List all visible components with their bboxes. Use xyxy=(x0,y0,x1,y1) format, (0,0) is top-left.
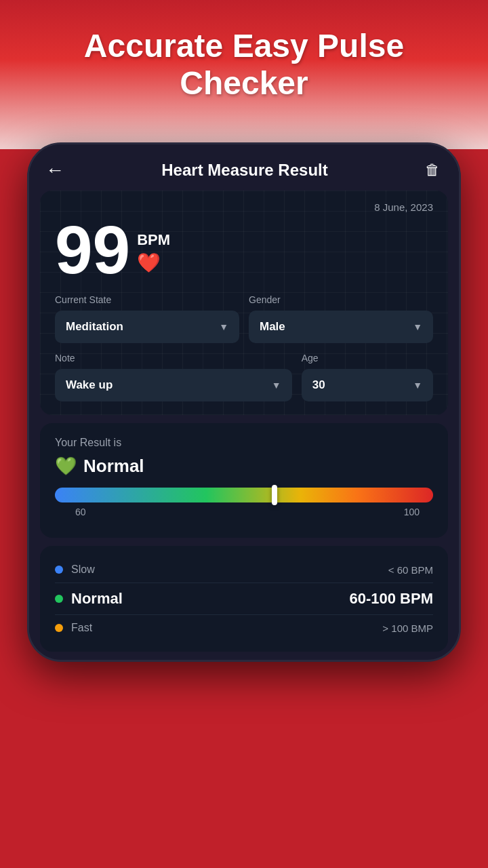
legend-label-normal: Normal xyxy=(71,590,123,608)
note-group: Note Wake up ▼ xyxy=(55,353,292,401)
note-select[interactable]: Wake up ▼ xyxy=(55,369,292,401)
legend-value-slow: < 60 BPM xyxy=(388,564,433,576)
legend-dot-slow xyxy=(55,566,63,574)
age-value: 30 xyxy=(312,378,325,392)
gender-value: Male xyxy=(260,320,285,334)
legend-section: Slow < 60 BPM Normal 60-100 BPM Fast xyxy=(40,546,448,652)
slider-labels: 60 100 xyxy=(55,507,433,517)
legend-normal-left: Normal xyxy=(55,590,123,608)
slider-bar xyxy=(55,488,433,502)
legend-dot-normal xyxy=(55,595,63,603)
slider-label-60: 60 xyxy=(55,507,86,517)
slider-label-100: 100 xyxy=(404,507,433,517)
slider-thumb xyxy=(272,485,277,505)
result-card: Your Result is 💚 Normal 60 100 xyxy=(40,423,448,538)
legend-fast-left: Fast xyxy=(55,622,92,634)
legend-row-normal: Normal 60-100 BPM xyxy=(55,585,433,613)
result-status-text: Normal xyxy=(83,456,144,477)
result-status-row: 💚 Normal xyxy=(55,456,433,477)
bpm-row: 99 BPM ❤️ xyxy=(55,216,433,283)
legend-slow-left: Slow xyxy=(55,564,95,576)
delete-button[interactable]: 🗑 xyxy=(425,161,440,179)
age-label: Age xyxy=(302,353,433,363)
bpm-label-heart: BPM ❤️ xyxy=(137,231,170,274)
back-button[interactable]: ← xyxy=(45,159,64,181)
legend-row-slow: Slow < 60 BPM xyxy=(55,558,433,581)
age-select[interactable]: 30 ▼ xyxy=(302,369,433,401)
app-title: Accurate Easy Pulse Checker xyxy=(0,27,488,102)
age-group: Age 30 ▼ xyxy=(302,353,433,401)
legend-label-slow: Slow xyxy=(71,564,95,576)
gender-select[interactable]: Male ▼ xyxy=(249,311,433,343)
legend-divider-2 xyxy=(55,614,433,615)
legend-value-fast: > 100 BMP xyxy=(382,623,433,634)
legend-row-fast: Fast > 100 BMP xyxy=(55,616,433,639)
legend-dot-fast xyxy=(55,624,63,632)
legend-value-normal: 60-100 BPM xyxy=(349,590,433,608)
current-state-chevron: ▼ xyxy=(219,321,228,332)
note-chevron: ▼ xyxy=(272,380,281,391)
bpm-unit: BPM xyxy=(137,231,170,249)
age-chevron: ▼ xyxy=(413,380,422,391)
result-status-icon: 💚 xyxy=(55,456,77,477)
current-state-group: Current State Meditation ▼ xyxy=(55,294,239,343)
heart-icon: ❤️ xyxy=(137,252,161,274)
current-state-value: Meditation xyxy=(66,320,123,334)
note-label: Note xyxy=(55,353,292,363)
current-state-select[interactable]: Meditation ▼ xyxy=(55,311,239,343)
gender-group: Gender Male ▼ xyxy=(249,294,433,343)
legend-divider-1 xyxy=(55,583,433,583)
screen-title: Heart Measure Result xyxy=(161,161,327,180)
fields-row-2: Note Wake up ▼ Age 30 ▼ xyxy=(55,353,433,401)
top-background: Accurate Easy Pulse Checker xyxy=(0,0,488,149)
phone-shell: ← Heart Measure Result 🗑 8 June, 2023 99… xyxy=(27,142,461,662)
current-state-label: Current State xyxy=(55,294,239,305)
top-bar: ← Heart Measure Result 🗑 xyxy=(29,144,459,191)
bpm-card: 8 June, 2023 99 BPM ❤️ Current State Med… xyxy=(40,191,448,415)
note-value: Wake up xyxy=(66,378,113,392)
fields-row-1: Current State Meditation ▼ Gender Male ▼ xyxy=(55,294,433,343)
legend-label-fast: Fast xyxy=(71,622,92,634)
app-content: ← Heart Measure Result 🗑 8 June, 2023 99… xyxy=(29,144,459,652)
gender-chevron: ▼ xyxy=(413,321,422,332)
slider-container: 60 100 xyxy=(55,488,433,517)
result-label: Your Result is xyxy=(55,437,433,449)
gender-label: Gender xyxy=(249,294,433,305)
bpm-value: 99 xyxy=(55,216,130,283)
